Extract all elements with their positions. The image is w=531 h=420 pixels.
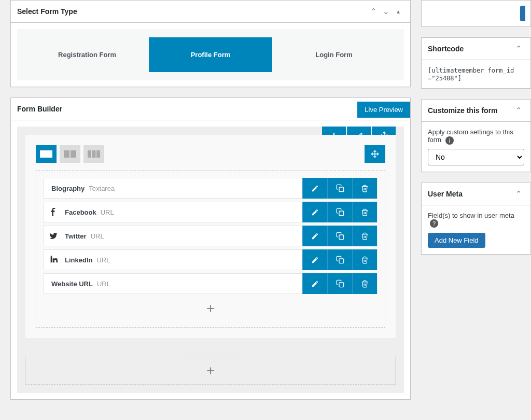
help-icon[interactable]: ? xyxy=(430,219,438,228)
field-label: LinkedIn xyxy=(63,256,96,264)
svg-rect-8 xyxy=(92,150,96,158)
tab-label: Registration Form xyxy=(58,51,116,59)
field-label: Facebook xyxy=(63,208,101,216)
field-item[interactable]: Biography Textarea xyxy=(44,178,378,199)
help-icon[interactable]: i xyxy=(445,136,454,145)
collapse-toggle-icon[interactable] xyxy=(393,6,404,17)
add-field-slot[interactable] xyxy=(44,297,378,320)
move-up-icon[interactable] xyxy=(513,43,524,54)
layout-3col-tab[interactable] xyxy=(83,145,104,163)
customize-desc: Apply custom settings to this form xyxy=(428,128,513,144)
tab-registration-form[interactable]: Registration Form xyxy=(25,37,149,72)
builder-stage: Biography Textarea Facebook xyxy=(17,127,404,393)
field-edit-button[interactable] xyxy=(302,249,327,270)
field-delete-button[interactable] xyxy=(352,178,377,199)
copy-icon xyxy=(336,184,344,192)
field-edit-button[interactable] xyxy=(302,202,327,222)
field-item[interactable]: Twitter URL xyxy=(44,226,378,246)
layout-3col-icon xyxy=(88,150,100,158)
panel-body: Field(s) to show in user meta ? Add New … xyxy=(422,205,530,255)
layout-2col-tab[interactable] xyxy=(60,145,80,163)
tab-label: Login Form xyxy=(315,51,353,59)
field-duplicate-button[interactable] xyxy=(327,273,352,294)
shortcode-panel: Shortcode [ultimatemember form_id="25488… xyxy=(421,37,531,89)
user-meta-desc: Field(s) to show in user meta xyxy=(428,212,514,219)
field-label: Website URL xyxy=(44,280,97,288)
field-actions xyxy=(302,249,377,270)
trash-icon xyxy=(361,208,369,216)
custom-settings-select[interactable]: No xyxy=(428,149,524,165)
field-label: Twitter xyxy=(63,232,91,240)
field-edit-button[interactable] xyxy=(302,226,327,246)
field-item[interactable]: Facebook URL xyxy=(44,202,378,222)
panel-handles xyxy=(368,6,404,17)
plus-icon xyxy=(205,366,216,376)
trash-icon xyxy=(361,232,369,240)
panel-handles xyxy=(513,188,524,200)
copy-icon xyxy=(336,208,344,216)
panel-title: Select Form Type xyxy=(17,7,77,16)
trash-icon xyxy=(361,280,369,288)
row-drag-handle[interactable] xyxy=(365,145,385,163)
trash-icon xyxy=(361,185,369,192)
copy-icon xyxy=(336,279,344,288)
field-delete-button[interactable] xyxy=(352,202,377,222)
field-delete-button[interactable] xyxy=(352,273,377,294)
field-actions xyxy=(302,178,377,199)
panel-title: Customize this form xyxy=(428,106,498,115)
copy-icon xyxy=(336,256,344,264)
linkedin-icon xyxy=(44,256,63,264)
field-type: Textarea xyxy=(89,185,115,192)
move-icon xyxy=(371,150,379,158)
svg-rect-12 xyxy=(339,187,344,192)
field-duplicate-button[interactable] xyxy=(327,178,352,199)
add-new-field-button[interactable]: Add New Field xyxy=(428,233,485,248)
column-layout-tabs xyxy=(36,145,385,163)
field-duplicate-button[interactable] xyxy=(327,226,352,246)
panel-body: [ultimatemember form_id="25488"] xyxy=(422,60,530,88)
panel-handles xyxy=(513,105,524,116)
field-item[interactable]: LinkedIn URL xyxy=(44,249,378,270)
svg-rect-7 xyxy=(88,150,91,158)
tab-login-form[interactable]: Login Form xyxy=(272,37,396,72)
panel-body: Registration Form Profile Form Login For… xyxy=(11,23,410,87)
pencil-icon xyxy=(311,208,319,216)
field-delete-button[interactable] xyxy=(352,226,377,246)
primary-button-edge[interactable] xyxy=(520,6,525,21)
field-edit-button[interactable] xyxy=(302,178,327,199)
tab-profile-form[interactable]: Profile Form xyxy=(149,37,272,72)
svg-rect-9 xyxy=(96,150,100,158)
copy-icon xyxy=(336,232,344,240)
twitter-icon xyxy=(44,232,63,240)
field-delete-button[interactable] xyxy=(352,249,377,270)
panel-header: User Meta xyxy=(422,183,530,205)
field-duplicate-button[interactable] xyxy=(327,202,352,222)
publish-panel-stub xyxy=(421,0,531,27)
move-down-icon[interactable] xyxy=(380,6,392,17)
move-up-icon[interactable] xyxy=(368,6,379,17)
builder-row: Biography Textarea Facebook xyxy=(25,135,396,338)
field-actions xyxy=(302,226,377,246)
panel-header: Form Builder xyxy=(11,98,410,120)
svg-rect-16 xyxy=(339,283,344,287)
svg-rect-5 xyxy=(64,150,69,158)
user-meta-panel: User Meta Field(s) to show in user meta … xyxy=(421,183,531,255)
field-duplicate-button[interactable] xyxy=(327,249,352,270)
field-list: Biography Textarea Facebook xyxy=(36,170,385,328)
panel-title: Shortcode xyxy=(428,45,464,53)
layout-1col-tab[interactable] xyxy=(36,145,57,163)
pencil-icon xyxy=(311,185,319,192)
field-edit-button[interactable] xyxy=(302,273,327,294)
form-builder-panel: Form Builder Live Preview xyxy=(10,97,411,400)
plus-icon xyxy=(205,303,216,314)
svg-rect-13 xyxy=(339,211,344,216)
field-item[interactable]: Website URL URL xyxy=(44,273,378,294)
live-preview-button[interactable]: Live Preview xyxy=(357,102,410,118)
move-up-icon[interactable] xyxy=(513,105,524,116)
shortcode-text[interactable]: [ultimatemember form_id="25488"] xyxy=(428,67,514,82)
move-up-icon[interactable] xyxy=(513,188,524,200)
svg-rect-15 xyxy=(339,259,344,263)
add-row-slot[interactable] xyxy=(25,357,396,385)
panel-body: Live Preview xyxy=(11,120,410,399)
panel-header: Shortcode xyxy=(422,38,530,60)
